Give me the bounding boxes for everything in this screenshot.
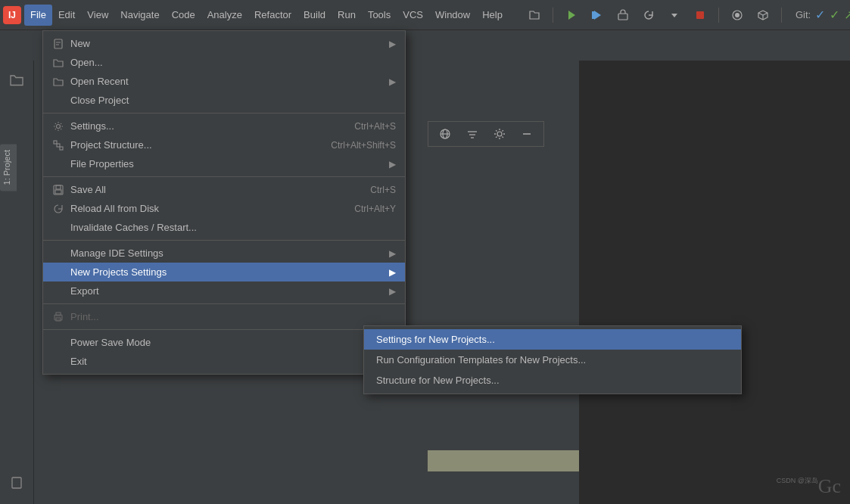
svg-rect-20	[54, 39, 62, 48]
side-panel	[0, 61, 34, 504]
svg-marker-1	[594, 11, 601, 20]
side-icon-bookmark[interactable]	[3, 469, 30, 496]
toolbar-sep2	[718, 8, 719, 23]
menu-item-window[interactable]: Window	[429, 5, 476, 26]
reload-icon	[51, 204, 66, 214]
save-all-label: Save All	[70, 184, 340, 195]
content-toolbar-globe[interactable]	[434, 123, 456, 145]
save-all-shortcut: Ctrl+S	[370, 185, 396, 195]
new-arrow: ▶	[389, 39, 396, 49]
reload-shortcut: Ctrl+Alt+Y	[354, 204, 396, 214]
menu-item-new[interactable]: New ▶	[43, 34, 405, 53]
menu-item-view[interactable]: View	[81, 5, 114, 26]
open-recent-icon	[51, 76, 66, 87]
export-label: Export	[70, 285, 383, 297]
menu-item-settings[interactable]: Settings... Ctrl+Alt+S	[43, 117, 405, 135]
settings-new-projects-label: Settings for New Projects...	[376, 334, 495, 345]
content-toolbar-gear[interactable]	[489, 123, 510, 145]
menu-item-tools[interactable]: Tools	[362, 5, 397, 26]
menu-item-close-project[interactable]: Close Project	[43, 91, 405, 110]
submenu-item-structure-new[interactable]: Structure for New Projects...	[364, 370, 741, 390]
menu-item-navigate[interactable]: Navigate	[114, 5, 165, 26]
toolbar-stop-btn[interactable]	[690, 5, 711, 26]
svg-point-7	[735, 13, 739, 17]
svg-rect-3	[618, 14, 627, 20]
svg-line-9	[758, 13, 763, 15]
app-icon-label: IJ	[8, 10, 16, 20]
project-structure-shortcut: Ctrl+Alt+Shift+S	[331, 140, 396, 151]
open-recent-label: Open Recent	[70, 76, 383, 87]
project-structure-icon	[51, 140, 66, 151]
sep5	[43, 329, 405, 330]
content-toolbar-minimize[interactable]	[516, 123, 537, 145]
app-icon-inner: IJ	[3, 6, 21, 24]
sep4	[43, 303, 405, 304]
settings-icon	[51, 121, 66, 132]
menu-item-exit[interactable]: Exit	[43, 352, 405, 371]
toolbar-debug-btn[interactable]	[587, 5, 608, 26]
toolbar-sep3	[781, 8, 782, 23]
reload-label: Reload All from Disk	[70, 203, 324, 214]
submenu-item-run-config[interactable]: Run Configuration Templates for New Proj…	[364, 350, 741, 370]
submenu-item-settings-new-projects[interactable]: Settings for New Projects...	[364, 329, 741, 350]
menu-item-edit[interactable]: Edit	[52, 5, 81, 26]
open-icon	[51, 58, 66, 68]
toolbar-dropdown-btn[interactable]	[664, 5, 685, 26]
side-icon-folder[interactable]	[3, 67, 30, 94]
menu-item-build[interactable]: Build	[297, 5, 332, 26]
toolbar-refresh-btn[interactable]	[638, 5, 659, 26]
menu-item-file-properties[interactable]: File Properties ▶	[43, 154, 405, 173]
menu-item-manage-ide[interactable]: Manage IDE Settings ▶	[43, 244, 405, 263]
git-label: Git:	[796, 9, 811, 20]
menu-item-reload[interactable]: Reload All from Disk Ctrl+Alt+Y	[43, 199, 405, 218]
save-all-icon	[51, 185, 66, 195]
svg-rect-24	[54, 141, 57, 144]
menu-item-export[interactable]: Export ▶	[43, 282, 405, 300]
menu-item-code[interactable]: Code	[166, 5, 201, 26]
menu-item-open-recent[interactable]: Open Recent ▶	[43, 72, 405, 91]
open-recent-arrow: ▶	[389, 76, 396, 87]
content-toolbar-sort[interactable]	[462, 123, 483, 145]
svg-point-18	[497, 132, 502, 136]
menu-item-vcs[interactable]: VCS	[397, 5, 429, 26]
yellow-highlight	[428, 450, 579, 471]
menu-item-run[interactable]: Run	[332, 5, 362, 26]
project-structure-label: Project Structure...	[70, 139, 300, 151]
menu-item-new-projects-settings[interactable]: New Projects Settings ▶	[43, 263, 405, 282]
svg-rect-2	[592, 11, 594, 19]
settings-label: Settings...	[70, 120, 324, 132]
menu-item-open[interactable]: Open...	[43, 53, 405, 72]
menu-item-project-structure[interactable]: Project Structure... Ctrl+Alt+Shift+S	[43, 135, 405, 154]
export-arrow: ▶	[389, 286, 396, 297]
right-panel-bg	[579, 61, 850, 504]
toolbar-open-btn[interactable]	[524, 5, 545, 26]
sep1	[43, 113, 405, 114]
power-save-label: Power Save Mode	[70, 337, 396, 348]
svg-point-23	[57, 124, 61, 128]
menu-item-invalidate[interactable]: Invalidate Caches / Restart...	[43, 218, 405, 237]
menu-item-save-all[interactable]: Save All Ctrl+S	[43, 180, 405, 199]
menu-bar: IJ File Edit View Navigate Code Analyze …	[0, 0, 850, 30]
project-side-tab[interactable]: 1: Project	[0, 144, 17, 191]
toolbar-build-btn[interactable]	[612, 5, 634, 26]
toolbar-run-btn[interactable]	[561, 5, 582, 26]
new-icon	[51, 39, 66, 49]
file-properties-label: File Properties	[70, 158, 383, 170]
toolbar-profile-btn[interactable]	[727, 5, 748, 26]
settings-shortcut: Ctrl+Alt+S	[354, 121, 396, 132]
new-projects-settings-arrow: ▶	[389, 267, 396, 278]
menu-item-analyze[interactable]: Analyze	[201, 5, 248, 26]
csdn-watermark: CSDN @深岛	[777, 476, 818, 486]
svg-marker-0	[568, 11, 575, 20]
new-label: New	[70, 38, 383, 49]
menu-item-refactor[interactable]: Refactor	[248, 5, 297, 26]
project-tab-label: 1: Project	[2, 150, 11, 185]
menu-item-power-save[interactable]: Power Save Mode	[43, 333, 405, 352]
svg-line-10	[763, 13, 767, 15]
toolbar-cube-btn[interactable]	[752, 5, 774, 26]
menu-item-file[interactable]: File	[24, 5, 52, 26]
svg-rect-26	[60, 147, 63, 150]
menu-item-help[interactable]: Help	[476, 5, 509, 26]
menu-item-print: Print...	[43, 307, 405, 326]
file-properties-arrow: ▶	[389, 159, 396, 170]
